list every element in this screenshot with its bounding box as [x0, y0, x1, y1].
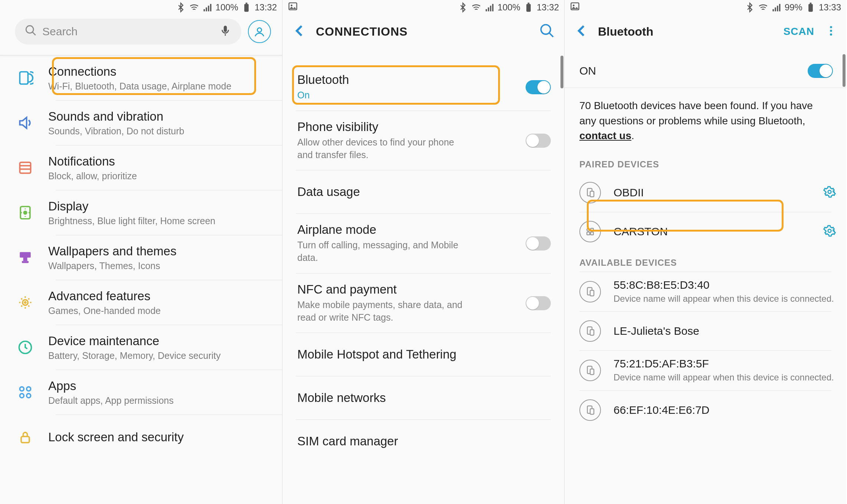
bluetooth-info-text: 70 Bluetooth devices have been found. If…: [565, 88, 846, 153]
on-label: ON: [579, 65, 596, 77]
device-sub: Device name will appear when this device…: [614, 293, 836, 305]
toggle-bluetooth[interactable]: [526, 80, 551, 94]
gallery-status-icon: [570, 1, 580, 14]
connections-row-nfc[interactable]: NFC and payment Make mobile payments, sh…: [282, 274, 564, 333]
svg-point-43: [830, 30, 832, 32]
settings-row-notifications[interactable]: Notifications Block, allow, prioritize: [0, 145, 282, 190]
svg-rect-50: [587, 232, 590, 235]
svg-rect-37: [775, 7, 776, 12]
app-bar: Bluetooth SCAN: [565, 15, 846, 48]
available-device-row[interactable]: LE-Julieta's Bose: [565, 312, 846, 350]
connections-row-hotspot[interactable]: Mobile Hotspot and Tethering: [282, 333, 564, 376]
device-phone-icon: [579, 320, 601, 342]
svg-point-52: [828, 229, 831, 233]
device-settings-button[interactable]: [823, 186, 836, 200]
advanced-icon: [14, 294, 36, 311]
settings-row-sounds[interactable]: Sounds and vibration Sounds, Vibration, …: [0, 101, 282, 145]
connections-row-bluetooth[interactable]: Bluetooth On: [282, 64, 564, 111]
svg-rect-1: [206, 7, 207, 12]
svg-rect-49: [591, 228, 593, 231]
search-button[interactable]: [539, 23, 555, 40]
svg-rect-39: [779, 4, 781, 12]
toggle-visibility[interactable]: [526, 134, 551, 148]
connections-row-airplane[interactable]: Airplane mode Turn off calling, messagin…: [282, 214, 564, 273]
gallery-status-icon: [288, 1, 298, 14]
notifications-icon: [14, 160, 36, 176]
scrollbar[interactable]: [843, 54, 846, 87]
row-title: Phone visibility: [297, 120, 518, 134]
svg-rect-15: [20, 252, 30, 258]
clock-time: 13:32: [537, 2, 559, 13]
back-button[interactable]: [291, 23, 308, 40]
contact-us-link[interactable]: contact us: [579, 130, 631, 141]
wifi-icon: [471, 2, 481, 13]
settings-row-sub: Wallpapers, Themes, Icons: [48, 261, 275, 271]
svg-rect-16: [23, 258, 27, 261]
settings-row-wallpapers[interactable]: Wallpapers and themes Wallpapers, Themes…: [0, 235, 282, 280]
paired-device-row[interactable]: CARSTON: [565, 212, 846, 251]
connections-row-visibility[interactable]: Phone visibility Allow other devices to …: [282, 111, 564, 170]
settings-row-advanced[interactable]: Advanced features Games, One-handed mode: [0, 280, 282, 325]
connections-icon: [14, 70, 36, 86]
settings-row-title: Wallpapers and themes: [48, 244, 275, 258]
device-name: CARSTON: [614, 225, 811, 238]
svg-rect-0: [203, 9, 205, 12]
scan-button[interactable]: SCAN: [784, 26, 814, 37]
svg-rect-31: [526, 4, 531, 12]
settings-row-display[interactable]: Display Brightness, Blue light filter, H…: [0, 190, 282, 235]
settings-row-title: Connections: [48, 65, 275, 79]
connections-row-data-usage[interactable]: Data usage: [282, 170, 564, 213]
svg-rect-5: [246, 3, 248, 4]
screen-connections: 100% 13:32 CONNECTIONS Bluetooth On: [282, 0, 564, 504]
device-phone-icon: [579, 360, 601, 381]
connections-list[interactable]: Bluetooth On Phone visibility Allow othe…: [282, 56, 564, 504]
svg-rect-32: [528, 3, 530, 4]
settings-row-apps[interactable]: Apps Default apps, App permissions: [0, 370, 282, 415]
svg-point-23: [27, 394, 31, 398]
mic-icon[interactable]: [219, 24, 232, 39]
svg-point-20: [20, 387, 24, 391]
settings-list[interactable]: Connections Wi-Fi, Bluetooth, Data usage…: [0, 55, 282, 504]
available-device-row[interactable]: 55:8C:B8:E5:D3:40 Device name will appea…: [565, 272, 846, 311]
row-title: Mobile Hotspot and Tethering: [297, 347, 551, 361]
available-device-row[interactable]: 66:EF:10:4E:E6:7D: [565, 391, 846, 429]
svg-point-6: [26, 26, 33, 33]
svg-rect-36: [772, 9, 774, 12]
row-sub: Turn off calling, messaging, and Mobile …: [297, 239, 468, 264]
svg-point-33: [541, 25, 551, 35]
svg-point-47: [828, 190, 831, 194]
battery-icon: [241, 2, 252, 13]
status-bar: 99% 13:33: [565, 0, 846, 15]
profile-button[interactable]: [248, 20, 271, 43]
toggle-nfc[interactable]: [526, 296, 551, 310]
signal-icon: [484, 2, 495, 13]
svg-point-21: [27, 387, 31, 391]
svg-rect-27: [485, 9, 487, 12]
bluetooth-content[interactable]: ON 70 Bluetooth devices have been found.…: [565, 54, 846, 504]
device-name: 55:8C:B8:E5:D3:40: [614, 279, 836, 291]
screen-bluetooth: 99% 13:33 Bluetooth SCAN ON 70 Bluetooth…: [564, 0, 846, 504]
svg-point-22: [20, 394, 24, 398]
device-settings-button[interactable]: [823, 225, 836, 239]
settings-row-sub: Wi-Fi, Bluetooth, Data usage, Airplane m…: [48, 81, 275, 92]
bluetooth-master-toggle-row[interactable]: ON: [565, 54, 846, 88]
more-button[interactable]: [825, 24, 837, 39]
settings-row-connections[interactable]: Connections Wi-Fi, Bluetooth, Data usage…: [0, 56, 282, 100]
screen-settings: 100% 13:32 Search Connections: [0, 0, 282, 504]
connections-row-mobile-networks[interactable]: Mobile networks: [282, 376, 564, 419]
toggle-airplane[interactable]: [526, 236, 551, 251]
settings-row-device-maintenance[interactable]: Device maintenance Battery, Storage, Mem…: [0, 325, 282, 370]
connections-row-sim[interactable]: SIM card manager: [282, 420, 564, 463]
available-device-row[interactable]: 75:21:D5:AF:B3:5F Device name will appea…: [565, 351, 846, 390]
toggle-bluetooth-master[interactable]: [808, 64, 833, 78]
row-sub: Allow other devices to find your phone a…: [297, 136, 468, 161]
svg-point-14: [24, 211, 26, 214]
page-title: CONNECTIONS: [316, 25, 408, 39]
settings-row-lockscreen[interactable]: Lock screen and security: [0, 415, 282, 459]
apps-icon: [14, 384, 36, 400]
svg-rect-30: [492, 4, 494, 12]
back-button[interactable]: [573, 23, 590, 40]
paired-device-row[interactable]: OBDII: [565, 173, 846, 212]
device-maintenance-icon: [14, 339, 36, 356]
search-input[interactable]: Search: [15, 19, 241, 45]
